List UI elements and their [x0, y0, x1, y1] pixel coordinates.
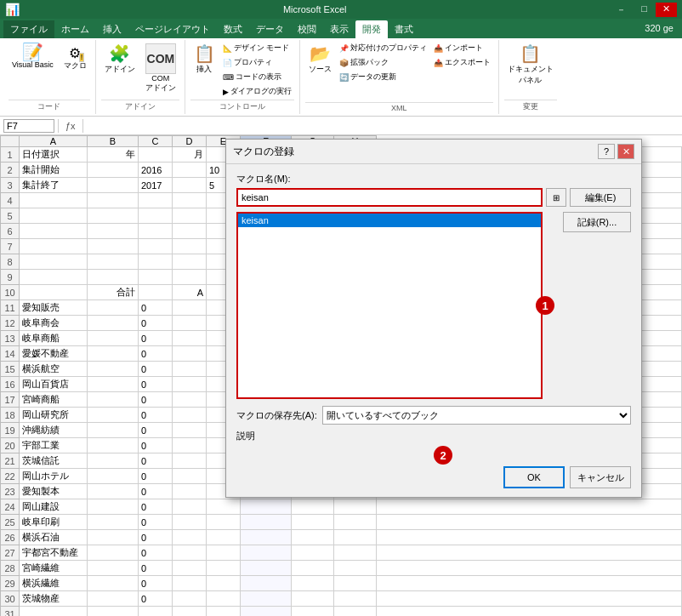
grid-cell[interactable]: [173, 484, 207, 499]
grid-cell[interactable]: [173, 254, 207, 270]
grid-cell[interactable]: [88, 392, 139, 408]
grid-cell[interactable]: 年: [88, 147, 139, 163]
grid-cell[interactable]: 0: [139, 469, 173, 484]
grid-cell[interactable]: 宇都宮不動産: [20, 545, 88, 561]
grid-cell[interactable]: [292, 607, 334, 617]
grid-cell[interactable]: [173, 591, 207, 607]
grid-cell[interactable]: [20, 607, 88, 617]
grid-cell[interactable]: [173, 193, 207, 208]
grid-cell[interactable]: [88, 607, 139, 617]
grid-cell[interactable]: 茨城信託: [20, 453, 88, 469]
grid-cell[interactable]: 月: [173, 147, 207, 163]
grid-cell[interactable]: [139, 254, 173, 270]
grid-cell[interactable]: 岡山研究所: [20, 408, 88, 423]
grid-cell[interactable]: [139, 285, 173, 300]
grid-cell[interactable]: [88, 178, 139, 193]
grid-cell[interactable]: 合計: [88, 285, 139, 300]
grid-cell[interactable]: 2016: [139, 163, 173, 178]
formula-input[interactable]: [87, 120, 679, 132]
tab-view[interactable]: 表示: [323, 20, 355, 38]
grid-cell[interactable]: [207, 591, 241, 607]
grid-cell[interactable]: [139, 270, 173, 285]
grid-cell[interactable]: [88, 515, 139, 530]
grid-cell[interactable]: 愛知販売: [20, 300, 88, 316]
xml-source-btn[interactable]: 📂 ソース: [305, 42, 335, 77]
grid-cell[interactable]: [173, 316, 207, 331]
map-properties-btn[interactable]: 📌対応付けのプロパティ: [337, 42, 429, 54]
grid-cell[interactable]: [377, 545, 682, 561]
grid-cell[interactable]: 0: [139, 561, 173, 576]
grid-cell[interactable]: 岐阜印刷: [20, 515, 88, 530]
close-btn[interactable]: ✕: [656, 3, 677, 17]
grid-cell[interactable]: [334, 576, 377, 591]
grid-cell[interactable]: [173, 530, 207, 545]
grid-cell[interactable]: [20, 193, 88, 208]
grid-cell[interactable]: [20, 270, 88, 285]
grid-cell[interactable]: [173, 239, 207, 254]
grid-cell[interactable]: [88, 316, 139, 331]
grid-cell[interactable]: [88, 362, 139, 377]
grid-cell[interactable]: [88, 300, 139, 316]
grid-cell[interactable]: [88, 453, 139, 469]
grid-cell[interactable]: 0: [139, 499, 173, 515]
grid-cell[interactable]: [173, 208, 207, 224]
grid-cell[interactable]: [377, 499, 682, 515]
grid-cell[interactable]: [207, 499, 241, 515]
grid-cell[interactable]: [207, 530, 241, 545]
grid-cell[interactable]: 横浜繊維: [20, 576, 88, 591]
grid-cell[interactable]: [241, 607, 292, 617]
macro-browse-btn[interactable]: ⊞: [546, 188, 566, 207]
refresh-data-btn[interactable]: 🔄データの更新: [337, 71, 429, 83]
minimize-btn[interactable]: －: [610, 3, 633, 17]
grid-cell[interactable]: [88, 530, 139, 545]
grid-cell[interactable]: [173, 346, 207, 362]
tab-format[interactable]: 書式: [388, 20, 420, 38]
tab-data[interactable]: データ: [249, 20, 291, 38]
grid-cell[interactable]: [334, 499, 377, 515]
grid-cell[interactable]: [88, 239, 139, 254]
grid-cell[interactable]: 日付選択: [20, 147, 88, 163]
grid-cell[interactable]: 愛媛不動産: [20, 346, 88, 362]
grid-cell[interactable]: 0: [139, 591, 173, 607]
store-select[interactable]: 開いているすべてのブックこのブック新規ブック: [322, 406, 631, 425]
grid-cell[interactable]: [139, 239, 173, 254]
grid-cell[interactable]: [173, 438, 207, 453]
grid-cell[interactable]: [241, 515, 292, 530]
view-code-btn[interactable]: ⌨コードの表示: [220, 71, 294, 83]
grid-cell[interactable]: [173, 423, 207, 438]
grid-cell[interactable]: [241, 545, 292, 561]
tab-review[interactable]: 校閲: [291, 20, 323, 38]
insert-control-btn[interactable]: 📋 挿入: [190, 42, 219, 77]
grid-cell[interactable]: [173, 224, 207, 239]
grid-cell[interactable]: [377, 515, 682, 530]
dialog-close-btn[interactable]: ✕: [617, 144, 634, 159]
grid-cell[interactable]: [377, 576, 682, 591]
macro-name-input[interactable]: [236, 188, 543, 207]
macro-list[interactable]: keisan: [236, 212, 543, 399]
grid-cell[interactable]: [88, 254, 139, 270]
macro-list-item[interactable]: keisan: [238, 214, 541, 227]
cancel-btn[interactable]: キャンセル: [570, 466, 631, 488]
grid-cell[interactable]: 0: [139, 484, 173, 499]
grid-cell[interactable]: [173, 607, 207, 617]
grid-cell[interactable]: 宮崎商船: [20, 392, 88, 408]
grid-cell[interactable]: [20, 224, 88, 239]
grid-cell[interactable]: [173, 331, 207, 346]
grid-cell[interactable]: [173, 408, 207, 423]
grid-cell[interactable]: 0: [139, 331, 173, 346]
grid-cell[interactable]: [292, 561, 334, 576]
grid-cell[interactable]: [139, 224, 173, 239]
grid-cell[interactable]: [334, 607, 377, 617]
grid-cell[interactable]: [173, 453, 207, 469]
grid-cell[interactable]: [20, 285, 88, 300]
grid-cell[interactable]: [207, 515, 241, 530]
grid-cell[interactable]: [334, 515, 377, 530]
tab-formulas[interactable]: 数式: [217, 20, 249, 38]
grid-cell[interactable]: [88, 377, 139, 392]
properties-btn[interactable]: 📄プロパティ: [220, 56, 294, 69]
formula-func-btn[interactable]: ƒx: [62, 121, 79, 131]
grid-cell[interactable]: [292, 576, 334, 591]
grid-cell[interactable]: 0: [139, 346, 173, 362]
com-addin-btn[interactable]: COM COMアドイン: [142, 42, 179, 95]
grid-cell[interactable]: [173, 545, 207, 561]
